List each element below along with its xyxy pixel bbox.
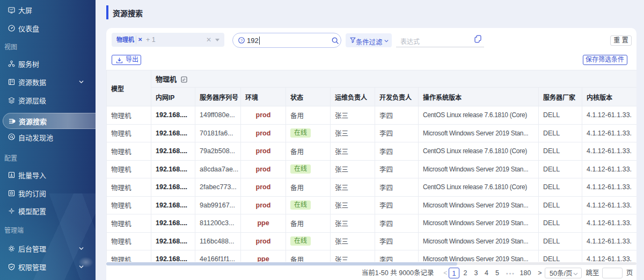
svg-text:?: ? [240, 38, 243, 43]
